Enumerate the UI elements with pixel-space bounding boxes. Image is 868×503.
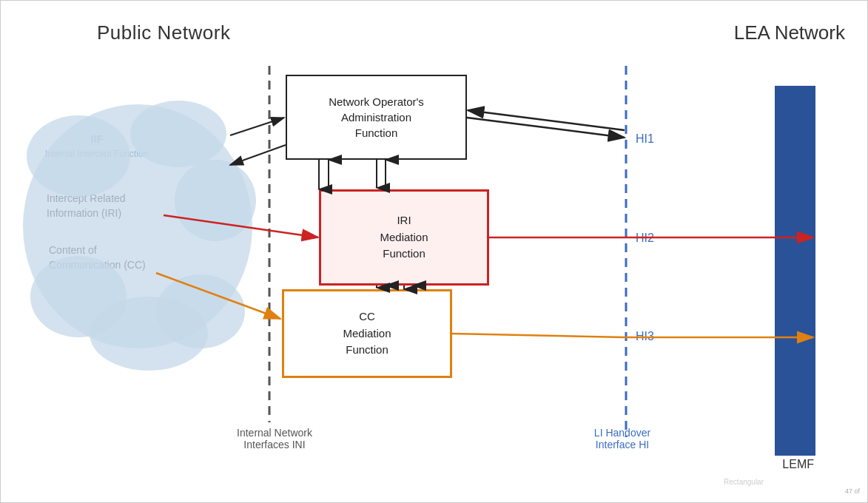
ini-label: Internal NetworkInterfaces INI (201, 427, 349, 450)
svg-line-15 (467, 118, 625, 138)
svg-line-25 (164, 215, 318, 237)
watermark: Rectangular (724, 478, 764, 486)
iri-box-text: IRIMediationFunction (380, 212, 428, 263)
svg-line-28 (156, 273, 280, 319)
noa-box: Network Operator'sAdministrationFunction (286, 75, 467, 160)
noa-box-text: Network Operator'sAdministrationFunction (329, 94, 424, 141)
hi1-label: HI1 (636, 132, 654, 146)
svg-point-10 (90, 297, 208, 371)
page-num: 47 of (845, 487, 860, 495)
hi2-label: HI2 (636, 232, 654, 245)
svg-point-8 (175, 160, 256, 241)
iri-box: IRIMediationFunction (319, 189, 489, 286)
svg-line-16 (468, 110, 625, 130)
lea-network-label: LEA Network (734, 21, 845, 44)
cc-box: CCMediationFunction (282, 289, 452, 378)
public-network-label: Public Network (97, 21, 230, 44)
iif-label: IIF (45, 132, 149, 145)
hi-label: LI HandoverInterface HI (556, 427, 689, 450)
lemf-bar (775, 86, 815, 456)
svg-line-31 (230, 145, 286, 165)
cc-box-text: CCMediationFunction (343, 308, 391, 359)
iif-sublabel: Internal Intercept Function (39, 149, 154, 159)
cc-text-label: Content ofCommunication (CC) (49, 243, 164, 272)
diagram-container: Public Network LEA Network LEMF Network … (0, 0, 868, 503)
hi3-label: HI3 (636, 330, 654, 343)
iri-text-label: Intercept RelatedInformation (IRI) (47, 192, 161, 220)
svg-point-11 (156, 274, 245, 348)
svg-line-29 (452, 334, 625, 337)
svg-line-14 (230, 118, 284, 135)
lemf-label: LEMF (782, 458, 814, 471)
